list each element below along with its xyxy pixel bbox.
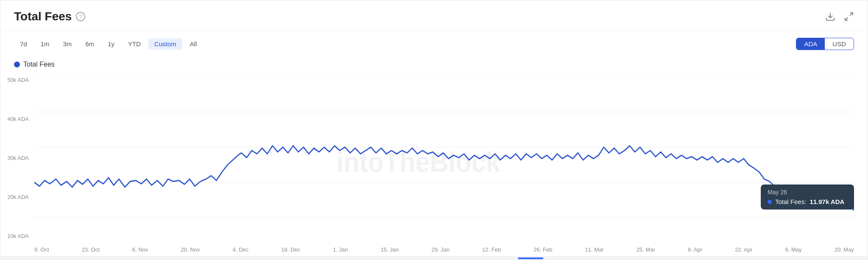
svg-line-1: [850, 13, 853, 16]
filter-custom[interactable]: Custom: [148, 38, 182, 50]
filter-3m[interactable]: 3m: [57, 38, 78, 50]
currency-ada[interactable]: ADA: [796, 38, 825, 50]
svg-text:intoTheBlock: intoTheBlock: [337, 146, 501, 178]
info-icon[interactable]: ?: [76, 12, 85, 21]
legend-dot: [14, 62, 20, 67]
currency-usd[interactable]: USD: [825, 38, 854, 50]
chart-area: 50k ADA 40k ADA 30k ADA 20k ADA 10k ADA …: [0, 73, 868, 256]
svg-line-2: [845, 17, 848, 20]
filter-all[interactable]: All: [184, 38, 203, 50]
legend: Total Fees: [0, 56, 868, 73]
page-title: Total Fees: [14, 10, 72, 23]
main-container: Total Fees ? 7d: [0, 0, 868, 260]
filter-ytd[interactable]: YTD: [122, 38, 147, 50]
controls-bar: 7d 1m 3m 6m 1y YTD Custom All ADA USD: [0, 31, 868, 56]
chart-svg: intoTheBlock: [34, 77, 854, 253]
expand-icon[interactable]: [844, 11, 854, 22]
download-icon[interactable]: [825, 11, 835, 22]
header-right: [825, 11, 854, 22]
filter-7d[interactable]: 7d: [14, 38, 33, 50]
header: Total Fees ?: [0, 0, 868, 31]
y-label-40k: 40k ADA: [0, 116, 32, 122]
legend-label: Total Fees: [23, 61, 55, 68]
chart-end-dot: [851, 204, 854, 211]
filter-1y[interactable]: 1y: [102, 38, 120, 50]
y-label-30k: 30k ADA: [0, 155, 32, 161]
y-label-50k: 50k ADA: [0, 77, 32, 83]
filter-1m[interactable]: 1m: [35, 38, 56, 50]
header-left: Total Fees ?: [14, 10, 85, 23]
filter-6m[interactable]: 6m: [79, 38, 100, 50]
scroll-indicator[interactable]: [518, 257, 543, 259]
time-filters: 7d 1m 3m 6m 1y YTD Custom All: [14, 38, 203, 50]
bottom-bar: [0, 256, 868, 260]
y-label-20k: 20k ADA: [0, 194, 32, 200]
y-label-10k: 10k ADA: [0, 233, 32, 239]
currency-toggle: ADA USD: [796, 38, 854, 50]
